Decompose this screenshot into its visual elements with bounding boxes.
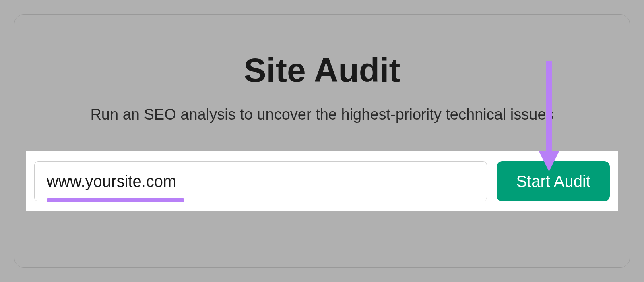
start-audit-button[interactable]: Start Audit bbox=[497, 161, 610, 201]
page-title: Site Audit bbox=[244, 51, 400, 90]
page-subtitle: Run an SEO analysis to uncover the highe… bbox=[90, 106, 553, 123]
site-audit-card: Site Audit Run an SEO analysis to uncove… bbox=[14, 14, 630, 268]
domain-input[interactable] bbox=[34, 161, 487, 201]
underline-annotation bbox=[47, 198, 184, 202]
audit-form-row: Start Audit bbox=[26, 151, 618, 211]
